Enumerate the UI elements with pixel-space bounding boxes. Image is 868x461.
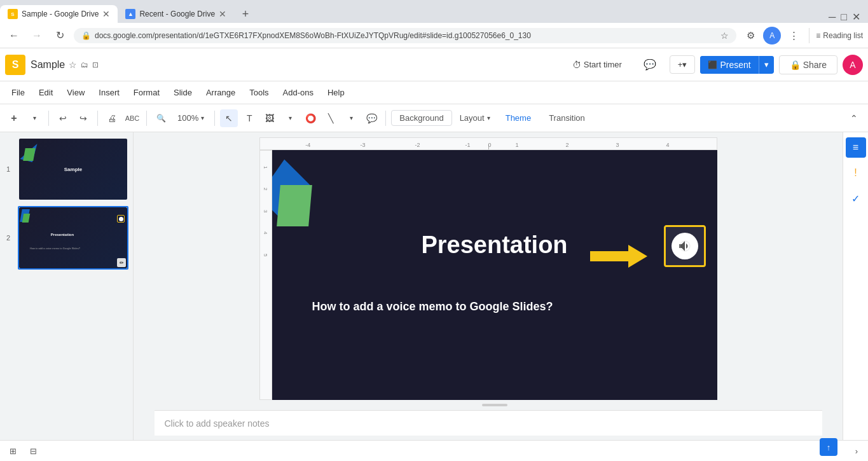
browser-toolbar-right: ⚙ A ⋮ ≡ Reading list: [741, 27, 863, 45]
more-icon[interactable]: ⋮: [785, 27, 803, 45]
user-avatar[interactable]: A: [843, 55, 863, 75]
background-button[interactable]: Background: [391, 110, 451, 126]
sidebar-expand-button[interactable]: ›: [855, 446, 858, 456]
menu-help[interactable]: Help: [321, 85, 351, 100]
notes-divider[interactable]: [272, 400, 717, 410]
arrow-svg: [590, 242, 647, 270]
tab-close-1[interactable]: ✕: [102, 9, 110, 19]
slide-edit-icon: ✏: [117, 258, 126, 267]
maximize-title-icon[interactable]: ⊡: [92, 60, 99, 69]
zoom-level[interactable]: 100% ▾: [172, 111, 209, 125]
present-button[interactable]: ⬛ Present: [700, 56, 758, 74]
comments-button[interactable]: 💬: [635, 54, 665, 75]
folder-title-icon[interactable]: 🗂: [81, 60, 88, 69]
reading-list-icon: ≡: [816, 31, 820, 40]
slide-subtitle: How to add a voice memo to Google Slides…: [312, 300, 553, 313]
new-tab-button[interactable]: +: [237, 5, 254, 23]
slide-canvas[interactable]: Presentation How to add a voice memo to …: [272, 150, 717, 400]
bottom-bar: ⊞ ⊟ ↑ ›: [0, 440, 868, 461]
svg-marker-0: [590, 245, 647, 268]
select-tool[interactable]: ↖: [220, 109, 238, 127]
print-button[interactable]: 🖨: [103, 109, 121, 127]
undo-button[interactable]: ↩: [54, 109, 72, 127]
timer-icon: ⏱: [572, 60, 581, 70]
tab-title-1: Sample - Google Drive: [22, 10, 99, 18]
text-tool[interactable]: T: [240, 109, 258, 127]
layout-button[interactable]: Layout ▾: [455, 111, 495, 125]
right-sidebar: ≡ ! ✓: [843, 132, 868, 441]
url-text: docs.google.com/presentation/d/1eGTXE6R1…: [95, 31, 717, 40]
minimize-button[interactable]: ─: [829, 11, 836, 23]
menu-file[interactable]: File: [5, 85, 31, 100]
maximize-button[interactable]: □: [841, 11, 847, 23]
menu-bar: File Edit View Insert Format Slide Arran…: [0, 81, 868, 104]
sep4: [214, 111, 215, 126]
reading-list-button[interactable]: ≡ Reading list: [816, 31, 863, 40]
collapse-toolbar-button[interactable]: ⌃: [845, 109, 863, 127]
theme-button[interactable]: Theme: [498, 111, 539, 125]
close-button[interactable]: ✕: [852, 11, 860, 23]
lock-icon: 🔒: [81, 31, 91, 40]
extensions-icon[interactable]: ⚙: [741, 27, 759, 45]
comment-tool[interactable]: 💬: [362, 109, 380, 127]
menu-slide[interactable]: Slide: [167, 85, 198, 100]
toolbar-add-dropdown[interactable]: ▾: [25, 109, 43, 127]
add-button[interactable]: +▾: [670, 55, 696, 74]
tab-title-2: Recent - Google Drive: [139, 10, 215, 18]
profile-icon[interactable]: A: [763, 27, 781, 45]
spellcheck-button[interactable]: ABC: [123, 109, 141, 127]
toolbar-add[interactable]: +: [5, 109, 23, 127]
slide-ruler-wrapper: 1 2 3 4 5 Presentation: [259, 150, 717, 400]
shape-tool[interactable]: ⭕: [301, 109, 319, 127]
image-tool[interactable]: 🖼: [261, 109, 279, 127]
menu-addons[interactable]: Add-ons: [277, 85, 320, 100]
app: S Sample ☆ 🗂 ⊡ ⏱ Start timer 💬 +▾ ⬛ Pres…: [0, 48, 868, 441]
nav-bar: ← → ↻ 🔒 docs.google.com/presentation/d/1…: [0, 23, 868, 48]
list-view-button[interactable]: ⊟: [25, 443, 41, 458]
tab-recent[interactable]: ▲ Recent - Google Drive ✕: [118, 5, 234, 23]
present-icon: ⬛: [708, 60, 717, 69]
forward-button[interactable]: →: [28, 27, 46, 45]
grid-view-button[interactable]: ⊞: [5, 443, 20, 458]
lock-share-icon: 🔒: [790, 60, 801, 70]
arrow-annotation: [590, 242, 647, 270]
menu-arrange[interactable]: Arrange: [200, 85, 242, 100]
present-dropdown-button[interactable]: ▾: [759, 56, 774, 73]
slide-number-2: 2: [6, 234, 10, 242]
start-timer-button[interactable]: ⏱ Start timer: [564, 55, 630, 74]
editor-area: -4 -3 -2 -1 0 1 2 3 4 1 2 3 4 5: [134, 132, 843, 441]
star-title-icon[interactable]: ☆: [69, 60, 77, 70]
menu-tools[interactable]: Tools: [243, 85, 275, 100]
line-dropdown[interactable]: ▾: [342, 109, 360, 127]
address-bar[interactable]: 🔒 docs.google.com/presentation/d/1eGTXE6…: [74, 28, 736, 43]
right-icon-3[interactable]: ✓: [846, 188, 866, 209]
share-button[interactable]: 🔒 Share: [779, 55, 837, 74]
tab-close-2[interactable]: ✕: [219, 9, 226, 19]
notes-area[interactable]: Click to add speaker notes: [155, 410, 822, 436]
menu-format[interactable]: Format: [127, 85, 166, 100]
refresh-button[interactable]: ↻: [51, 27, 69, 45]
right-icon-2[interactable]: !: [846, 163, 866, 183]
menu-view[interactable]: View: [60, 85, 91, 100]
app-title-area: Sample ☆ 🗂 ⊡: [31, 59, 99, 71]
tab-favicon-2: ▲: [125, 9, 135, 19]
tab-sample[interactable]: S Sample - Google Drive ✕: [0, 5, 118, 23]
zoom-out-button[interactable]: 🔍: [152, 109, 170, 127]
audio-icon-box[interactable]: [664, 225, 706, 267]
menu-edit[interactable]: Edit: [32, 85, 59, 100]
back-button[interactable]: ←: [5, 27, 23, 45]
image-dropdown[interactable]: ▾: [281, 109, 299, 127]
slide-left-decoration: [272, 150, 323, 400]
app-header: S Sample ☆ 🗂 ⊡ ⏱ Start timer 💬 +▾ ⬛ Pres…: [0, 48, 868, 81]
line-tool[interactable]: ╲: [322, 109, 340, 127]
slides-panel: 1 Sample 2: [0, 132, 134, 441]
star-icon[interactable]: ☆: [720, 31, 729, 41]
slide-thumb-2[interactable]: Presentation How to add a voice memo to …: [18, 206, 128, 270]
transition-button[interactable]: Transition: [541, 111, 593, 125]
toolbar: + ▾ ↩ ↪ 🖨 ABC 🔍 100% ▾ ↖ T 🖼 ▾ ⭕ ╲ ▾ 💬 B…: [0, 104, 868, 132]
expand-button[interactable]: ↑: [820, 438, 837, 456]
right-icon-1[interactable]: ≡: [846, 137, 866, 158]
menu-insert[interactable]: Insert: [92, 85, 126, 100]
redo-button[interactable]: ↪: [74, 109, 92, 127]
slide-thumb-1[interactable]: Sample: [18, 137, 128, 201]
